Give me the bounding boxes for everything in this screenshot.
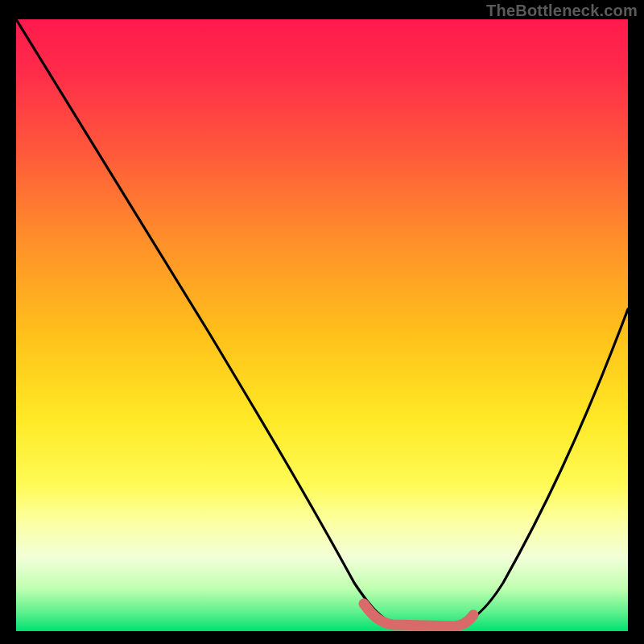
watermark-text: TheBottleneck.com [486,2,638,20]
chart-frame: TheBottleneck.com [0,0,644,644]
plot-area [16,19,628,631]
bottom-marker [364,604,473,626]
curve-svg [16,19,628,631]
bottleneck-curve [16,19,628,626]
